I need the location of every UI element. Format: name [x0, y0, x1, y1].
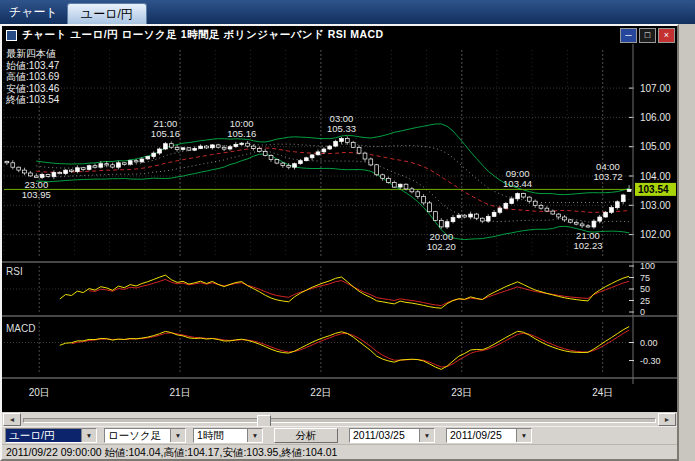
svg-text:103.95: 103.95	[22, 189, 51, 200]
svg-text:104.00: 104.00	[640, 171, 671, 182]
svg-text:22日: 22日	[310, 387, 331, 398]
svg-text:RSI: RSI	[6, 266, 23, 277]
svg-text:0.00: 0.00	[640, 338, 658, 348]
svg-text:23日: 23日	[451, 387, 472, 398]
tab-bar: チャート ユーロ/円	[0, 0, 695, 24]
dropdown-arrow-icon[interactable]: ▼	[170, 429, 185, 442]
status-text: 2011/09/22 09:00:00 始値:104.04,高値:104.17,…	[6, 446, 337, 458]
svg-text:102.23: 102.23	[573, 240, 602, 251]
scrollbar-track[interactable]	[23, 418, 656, 423]
svg-text:0: 0	[640, 307, 645, 317]
svg-text:20日: 20日	[29, 387, 50, 398]
window-titlebar[interactable]: チャート ユーロ/円 ローソク足 1時間足 ボリンジャーバンド RSI MACD…	[2, 26, 677, 44]
candlestick-chart[interactable]: 107.00106.00105.00104.00103.00102.0020日2…	[2, 44, 677, 412]
tab-eurjpy[interactable]: ユーロ/円	[67, 3, 147, 24]
chart-type-select[interactable]: ローソク足 ▼	[104, 428, 186, 443]
currency-pair-value: ユーロ/円	[6, 429, 81, 442]
dropdown-arrow-icon[interactable]: ▼	[247, 429, 262, 442]
currency-pair-select[interactable]: ユーロ/円 ▼	[5, 428, 97, 443]
svg-text:MACD: MACD	[6, 323, 35, 334]
svg-text:50: 50	[640, 284, 650, 294]
chart-region: 107.00106.00105.00104.00103.00102.0020日2…	[2, 44, 677, 412]
scroll-right-button[interactable]: ►	[658, 413, 676, 426]
interval-value: 1時間	[194, 429, 247, 442]
maximize-button[interactable]: □	[639, 28, 656, 43]
dropdown-arrow-icon[interactable]: ▼	[81, 429, 96, 442]
dropdown-arrow-icon[interactable]: ▼	[516, 429, 531, 442]
svg-text:100: 100	[640, 261, 655, 271]
svg-text:105.00: 105.00	[640, 141, 671, 152]
scroll-left-button[interactable]: ◄	[3, 413, 21, 426]
svg-text:21日: 21日	[170, 387, 191, 398]
time-scrollbar: ◄ ►	[2, 412, 677, 426]
chart-toolbar: ユーロ/円 ▼ ローソク足 ▼ 1時間 ▼ 分析 2011/03/25 ▼ 20…	[2, 426, 677, 444]
svg-text:105.33: 105.33	[327, 123, 356, 134]
analyze-button[interactable]: 分析	[274, 428, 338, 443]
svg-text:105.16: 105.16	[227, 128, 256, 139]
date-from-select[interactable]: 2011/03/25 ▼	[349, 428, 435, 443]
minimize-button[interactable]: ─	[620, 28, 637, 43]
interval-select[interactable]: 1時間 ▼	[193, 428, 263, 443]
dropdown-arrow-icon[interactable]: ▼	[419, 429, 434, 442]
chart-menu-label[interactable]: チャート	[0, 0, 67, 24]
svg-text:106.00: 106.00	[640, 112, 671, 123]
svg-text:103.00: 103.00	[640, 200, 671, 211]
svg-text:103.54: 103.54	[638, 184, 669, 195]
window-icon	[6, 30, 17, 41]
svg-text:-0.30: -0.30	[640, 356, 661, 366]
svg-text:102.00: 102.00	[640, 229, 671, 240]
svg-text:24日: 24日	[592, 387, 613, 398]
svg-text:107.00: 107.00	[640, 83, 671, 94]
status-bar: 2011/09/22 09:00:00 始値:104.04,高値:104.17,…	[2, 444, 677, 459]
svg-text:103.72: 103.72	[593, 171, 622, 182]
chart-window: チャート ユーロ/円 ローソク足 1時間足 ボリンジャーバンド RSI MACD…	[0, 24, 679, 461]
svg-text:25: 25	[640, 296, 650, 306]
svg-text:105.16: 105.16	[151, 128, 180, 139]
date-from-value: 2011/03/25	[350, 429, 419, 442]
close-button[interactable]: ×	[658, 28, 675, 43]
svg-text:102.20: 102.20	[427, 241, 456, 252]
date-to-select[interactable]: 2011/09/25 ▼	[446, 428, 532, 443]
date-to-value: 2011/09/25	[447, 429, 516, 442]
svg-text:75: 75	[640, 273, 650, 283]
svg-text:103.44: 103.44	[503, 178, 532, 189]
chart-type-value: ローソク足	[105, 429, 170, 442]
trading-app: チャート ユーロ/円 チャート ユーロ/円 ローソク足 1時間足 ボリンジャーバ…	[0, 0, 695, 461]
mdi-scroll-strip	[678, 24, 695, 461]
window-title: チャート ユーロ/円 ローソク足 1時間足 ボリンジャーバンド RSI MACD	[22, 28, 618, 42]
